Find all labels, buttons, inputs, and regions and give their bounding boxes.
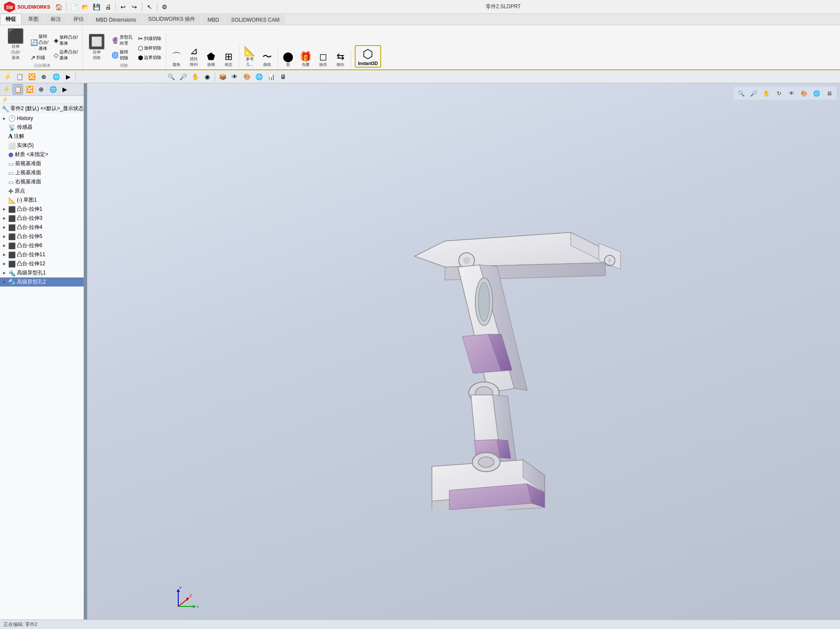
- extrude-boss-btn[interactable]: ⬛ 拉伸凸台/基体: [4, 28, 27, 62]
- view-orientation-btn[interactable]: 📊: [265, 71, 277, 82]
- ref-geometry-btn[interactable]: 📐 参考几...: [242, 46, 258, 68]
- undo-btn[interactable]: ↩: [118, 2, 128, 12]
- expand-panel-btn[interactable]: ▶: [62, 71, 74, 82]
- expander-sensors[interactable]: [2, 125, 7, 130]
- select-btn[interactable]: ↖: [144, 2, 155, 12]
- tree-item-hole2[interactable]: ▶ 🔩 高级异型孔2: [0, 277, 84, 287]
- tab-mbd[interactable]: MBD: [202, 15, 225, 25]
- revolve-cut-btn[interactable]: 🌀 旋转切除: [110, 48, 134, 62]
- zoom-fit-rt-btn[interactable]: 🔍: [735, 88, 747, 99]
- save-btn[interactable]: 💾: [92, 2, 102, 12]
- sweep-btn[interactable]: ↗ 扫描: [29, 53, 50, 62]
- shell-btn[interactable]: ◻ 抽壳: [315, 51, 331, 68]
- zoom-area-btn[interactable]: 🔎: [177, 71, 189, 82]
- hole-wizard-btn[interactable]: 🔮 异型孔向导: [110, 33, 134, 47]
- display-settings-btn[interactable]: 🖥: [278, 71, 289, 82]
- tree-item-top-plane[interactable]: ▭ 上视基准面: [0, 168, 84, 177]
- pan-btn[interactable]: ✋: [190, 71, 201, 82]
- fp-appearance-icon[interactable]: 🌐: [48, 84, 58, 95]
- tree-item-material[interactable]: ⬟ 材质 <未指定>: [0, 150, 84, 159]
- draft-btn[interactable]: ⬟ 拔模: [203, 51, 219, 68]
- appearances-vt-btn[interactable]: 🎨: [241, 71, 252, 82]
- expander-hole2[interactable]: ▶: [2, 280, 7, 285]
- tab-sketch[interactable]: 草图: [23, 13, 44, 25]
- tree-item-boss3[interactable]: ▶ ⬛ 凸台-拉伸3: [0, 214, 84, 223]
- tree-item-sketch1[interactable]: 📐 (-) 草图1: [0, 196, 84, 205]
- tree-item-front-plane[interactable]: ▭ 前视基准面: [0, 159, 84, 168]
- scene-rt-btn[interactable]: 🌐: [811, 88, 822, 99]
- revolve-boss-btn[interactable]: 🔄 旋转凸台/基体: [29, 33, 50, 52]
- print-btn[interactable]: 🖨: [103, 2, 113, 12]
- tree-item-boss4[interactable]: ▶ ⬛ 凸台-拉伸4: [0, 223, 84, 232]
- new-btn[interactable]: 📄: [69, 2, 79, 12]
- chamfer-btn[interactable]: ⊿ 线性阵列: [186, 46, 202, 68]
- tab-features[interactable]: 特征: [0, 13, 22, 25]
- display-mode-btn[interactable]: 📦: [217, 71, 228, 82]
- tree-item-annotations[interactable]: A 注解: [0, 132, 84, 141]
- scenes-btn[interactable]: 🌐: [253, 71, 265, 82]
- boundary-cut-btn[interactable]: ⬢ 边界切除: [136, 53, 163, 62]
- filter-btn[interactable]: ⚡: [2, 71, 13, 82]
- rib-btn[interactable]: ⬤ 筋: [281, 51, 296, 68]
- boundary-boss-btn[interactable]: ◇ 边界凸台/基体: [52, 48, 80, 62]
- appearance-rt-btn[interactable]: 🎨: [798, 88, 810, 99]
- tree-item-boss6[interactable]: ▶ ⬛ 凸台-拉伸6: [0, 241, 84, 250]
- redo-btn[interactable]: ↪: [129, 2, 140, 12]
- hide-show-btn[interactable]: 👁: [229, 71, 240, 82]
- property-manager-btn[interactable]: 🔀: [26, 71, 37, 82]
- fp-collapse-icon[interactable]: ▶: [59, 84, 70, 95]
- zoom-fit-btn[interactable]: 🔍: [165, 71, 176, 82]
- appearance-btn[interactable]: 🌐: [50, 71, 62, 82]
- display-rt-btn[interactable]: 👁: [786, 88, 797, 99]
- tree-item-boss12[interactable]: ▶ ⬛ 凸台-拉伸12: [0, 259, 84, 268]
- fp-tree-icon[interactable]: 📋: [13, 84, 23, 95]
- expander-boss11[interactable]: ▶: [2, 252, 7, 257]
- expander-solids[interactable]: [2, 143, 7, 148]
- expander-annotations[interactable]: [2, 134, 7, 139]
- tree-item-boss1[interactable]: ▶ ⬛ 凸台-拉伸1: [0, 205, 84, 214]
- tree-item-origin[interactable]: ✛ 原点: [0, 186, 84, 196]
- options-btn[interactable]: ⚙: [160, 2, 170, 12]
- fp-config-icon[interactable]: ⊕: [36, 84, 46, 95]
- tree-root-item[interactable]: 🔧 零件2 (默认) <<默认>_显示状态: [0, 104, 84, 113]
- expander-history[interactable]: ▶: [2, 116, 7, 121]
- tree-item-history[interactable]: ▶ 🕐 History: [0, 114, 84, 123]
- settings-rt-btn[interactable]: 🖥: [824, 88, 835, 99]
- intersect-btn[interactable]: ⊞ 相交: [221, 51, 236, 68]
- tree-item-boss11[interactable]: ▶ ⬛ 凸台-拉伸11: [0, 250, 84, 259]
- tab-sw-cam[interactable]: SOLIDWORKS CAM: [226, 15, 285, 25]
- expander-boss12[interactable]: ▶: [2, 261, 7, 267]
- tab-evaluate[interactable]: 评估: [68, 13, 89, 25]
- loft-cut-btn[interactable]: ⬡ 放样切除: [136, 44, 163, 52]
- tab-sw-plugins[interactable]: SOLIDWORKS 插件: [143, 13, 201, 25]
- expander-boss5[interactable]: ▶: [2, 234, 7, 239]
- wrap-btn[interactable]: 🎁 包覆: [298, 51, 314, 68]
- curves-btn[interactable]: 〜 曲线: [259, 51, 275, 68]
- open-btn[interactable]: 📂: [80, 2, 91, 12]
- tab-annotations[interactable]: 标注: [45, 13, 67, 25]
- zoom-in-rt-btn[interactable]: 🔎: [748, 88, 759, 99]
- mirror-btn[interactable]: ⇆ 镜向: [333, 51, 348, 68]
- tab-mbd-dims[interactable]: MBD Dimensions: [90, 15, 142, 25]
- tree-item-solids[interactable]: ⬜ 实体(5): [0, 141, 84, 150]
- expander-boss6[interactable]: ▶: [2, 243, 7, 248]
- expander-boss1[interactable]: ▶: [2, 207, 7, 212]
- rotate-btn[interactable]: ◉: [202, 71, 213, 82]
- expander-boss3[interactable]: ▶: [2, 216, 7, 221]
- fp-filter-icon[interactable]: ⚡: [1, 84, 11, 95]
- feature-list-btn[interactable]: 📋: [14, 71, 25, 82]
- fp-property-icon[interactable]: 🔀: [24, 84, 35, 95]
- expander-hole1[interactable]: ▶: [2, 271, 7, 276]
- sweep-cut-btn[interactable]: ✂ 扫描切除: [136, 34, 163, 43]
- extrude-cut-btn[interactable]: 🔲 拉伸切除: [85, 33, 108, 62]
- rotate-rt-btn[interactable]: ↻: [773, 88, 784, 99]
- tree-item-right-plane[interactable]: ▭ 右视基准面: [0, 177, 84, 186]
- tree-item-hole1[interactable]: ▶ 🔩 高级异型孔1: [0, 268, 84, 277]
- expander-boss4[interactable]: ▶: [2, 225, 7, 230]
- configuration-btn[interactable]: ⊕: [38, 71, 49, 82]
- tree-item-boss5[interactable]: ▶ ⬛ 凸台-拉伸5: [0, 232, 84, 241]
- fillet-btn[interactable]: ⌒ 圆角: [169, 51, 184, 68]
- pan-rt-btn[interactable]: ✋: [761, 88, 772, 99]
- viewport[interactable]: 🔍 🔎 ✋ ↻ 👁 🎨 🌐 🖥: [87, 83, 840, 629]
- loft-boss-btn[interactable]: ◈ 放样凸台/基体: [52, 33, 80, 47]
